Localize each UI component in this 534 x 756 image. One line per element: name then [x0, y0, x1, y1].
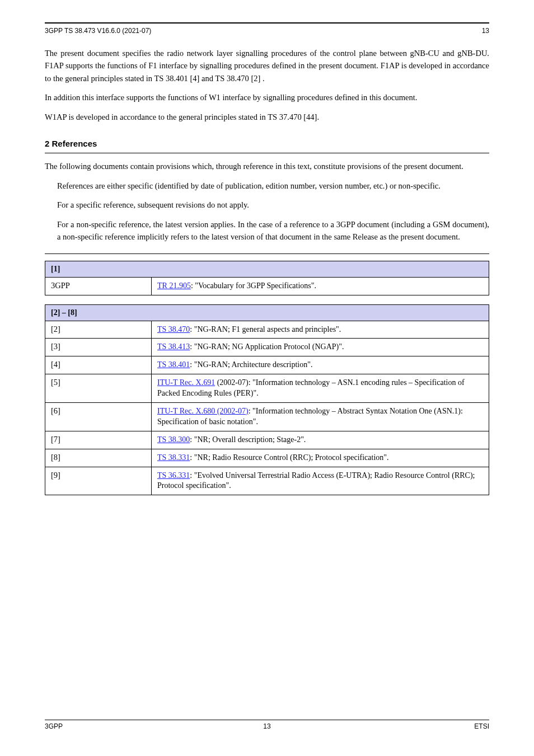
- row-desc: TS 38.470: "NG-RAN; F1 general aspects a…: [152, 321, 489, 339]
- table-row: [5] ITU-T Rec. X.691 (2002-07): "Informa…: [45, 374, 489, 403]
- row-desc: TS 36.331: "Evolved Universal Terrestria…: [152, 467, 489, 495]
- row-desc: TS 38.413: "NG-RAN; NG Application Proto…: [152, 339, 489, 356]
- row-desc: TS 38.331: "NR; Radio Resource Control (…: [152, 449, 489, 467]
- header-right: 13: [482, 27, 489, 35]
- doc-link[interactable]: TR 21.905: [157, 281, 191, 290]
- group-header-2: [2] – [8]: [45, 304, 489, 321]
- intro-paragraph: The present document specifies the radio…: [45, 47, 489, 84]
- row-desc: TS 38.401: "NG-RAN; Architecture descrip…: [152, 356, 489, 374]
- ref-bullet-3: For a non-specific reference, the latest…: [57, 218, 489, 243]
- top-rule: [45, 22, 489, 24]
- references-table: [1] 3GPP TR 21.905: "Vocabulary for 3GPP…: [45, 261, 489, 295]
- intro-block: The present document specifies the radio…: [45, 47, 489, 123]
- row-label: [3]: [45, 339, 152, 356]
- table-row: [7] TS 38.300: "NR; Overall description;…: [45, 431, 489, 449]
- table-top-rule: [45, 253, 489, 254]
- row-desc-text: : "NR; Overall description; Stage-2".: [190, 435, 306, 444]
- group-header-2-text: [2] – [8]: [45, 304, 489, 321]
- row-desc: ITU-T Rec. X.680 (2002-07): "Information…: [152, 403, 489, 431]
- row-desc-text: : "Vocabulary for 3GPP Specifications".: [191, 281, 316, 290]
- row-label: [9]: [45, 467, 152, 495]
- doc-link[interactable]: TS 38.300: [157, 435, 190, 444]
- row-desc-text: : "Evolved Universal Terrestrial Radio A…: [157, 471, 475, 490]
- intro-mid: and: [202, 74, 215, 83]
- row-desc-text: : "NG-RAN; Architecture description".: [190, 360, 312, 369]
- row-desc-text: : "NG-RAN; F1 general aspects and princi…: [190, 325, 341, 334]
- table-row: 3GPP TR 21.905: "Vocabulary for 3GPP Spe…: [45, 277, 489, 295]
- section-heading-references: 2 References: [45, 139, 489, 148]
- ref-bullet-1: References are either specific (identifi…: [57, 180, 489, 192]
- doc-link[interactable]: TS 38.331: [157, 453, 190, 462]
- ref-bullet-2: For a specific reference, subsequent rev…: [57, 199, 489, 211]
- row-label: [7]: [45, 431, 152, 449]
- row-desc-text: : "NR; Radio Resource Control (RRC); Pro…: [190, 453, 388, 462]
- row-label: [5]: [45, 374, 152, 403]
- doc-link[interactable]: TS 36.331: [157, 471, 190, 480]
- row-label: [4]: [45, 356, 152, 374]
- page-footer: 3GPP 13 ETSI: [45, 720, 489, 730]
- table-row: [8] TS 38.331: "NR; Radio Resource Contr…: [45, 449, 489, 467]
- intro-text: The present document specifies the radio…: [45, 49, 489, 83]
- section-rule: [45, 153, 489, 153]
- table-row: [9] TS 36.331: "Evolved Universal Terres…: [45, 467, 489, 495]
- table-row: [4] TS 38.401: "NG-RAN; Architecture des…: [45, 356, 489, 374]
- group-header-1: [1]: [45, 261, 489, 277]
- row-label: [8]: [45, 449, 152, 467]
- doc-link[interactable]: TS 38.413: [157, 342, 190, 351]
- row-desc-text: : "NG-RAN; NG Application Protocol (NGAP…: [190, 342, 344, 351]
- row-desc: TS 38.300: "NR; Overall description; Sta…: [152, 431, 489, 449]
- footer-rule: [45, 720, 489, 720]
- intro-ref-2: TS 38.470 [2]: [215, 74, 260, 83]
- table-row: [3] TS 38.413: "NG-RAN; NG Application P…: [45, 339, 489, 356]
- intro-paragraph-2: In addition this interface supports the …: [45, 91, 489, 104]
- intro-end: .: [263, 74, 265, 83]
- page-container: 3GPP TS 38.473 V16.6.0 (2021-07) 13 The …: [0, 0, 534, 495]
- references-table-2: [2] – [8] [2] TS 38.470: "NG-RAN; F1 gen…: [45, 304, 489, 496]
- row-label: 3GPP: [45, 277, 152, 295]
- row-desc: ITU-T Rec. X.691 (2002-07): "Information…: [152, 374, 489, 403]
- page-header: 3GPP TS 38.473 V16.6.0 (2021-07) 13: [45, 27, 489, 35]
- footer-center: 13: [45, 722, 489, 730]
- doc-link[interactable]: ITU-T Rec. X.680 (2002-07): [157, 407, 249, 415]
- group-header-1-text: [1]: [45, 261, 489, 277]
- doc-link[interactable]: ITU-T Rec. X.691: [157, 378, 215, 387]
- intro-ref-1: TS 38.401 [4]: [154, 74, 199, 83]
- doc-link[interactable]: TS 38.470: [157, 325, 190, 334]
- table-row: [2] TS 38.470: "NG-RAN; F1 general aspec…: [45, 321, 489, 339]
- ref-intro: The following documents contain provisio…: [45, 160, 489, 172]
- doc-link[interactable]: TS 38.401: [157, 360, 190, 369]
- table-row: [6] ITU-T Rec. X.680 (2002-07): "Informa…: [45, 403, 489, 431]
- intro-paragraph-3: W1AP is developed in accordance to the g…: [45, 111, 489, 123]
- row-label: [2]: [45, 321, 152, 339]
- footer-row: 3GPP 13 ETSI: [45, 722, 489, 730]
- row-label: [6]: [45, 403, 152, 431]
- row-desc: TR 21.905: "Vocabulary for 3GPP Specific…: [152, 277, 489, 295]
- header-left: 3GPP TS 38.473 V16.6.0 (2021-07): [45, 27, 151, 35]
